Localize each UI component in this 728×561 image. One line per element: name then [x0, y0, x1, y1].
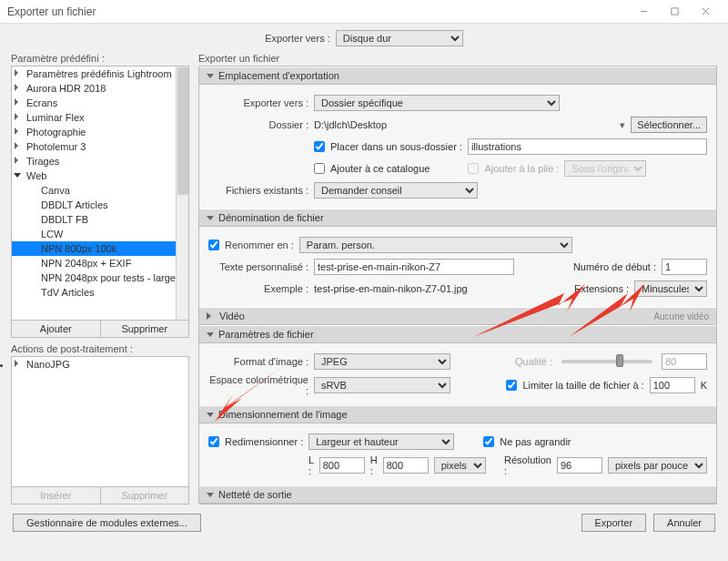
colorspace-select[interactable]: sRVB	[314, 377, 450, 393]
height-label: H :	[370, 454, 378, 476]
folder-label: Dossier :	[208, 119, 308, 130]
no-upscale-label: Ne pas agrandir	[500, 436, 571, 447]
right-panel-label: Exporter un fichier	[198, 53, 717, 64]
subfolder-checkbox[interactable]	[314, 141, 325, 152]
video-note: Aucune vidéo	[653, 311, 709, 321]
example-label: Exemple :	[208, 283, 308, 294]
width-input[interactable]	[319, 457, 365, 474]
resolution-unit-select[interactable]: pixels par pouce	[608, 457, 707, 474]
preset-remove-button[interactable]: Supprimer	[101, 321, 189, 337]
section-file-header[interactable]: Paramètres de fichier	[199, 325, 716, 343]
subfolder-input[interactable]	[468, 138, 707, 155]
maximize-button[interactable]	[659, 3, 690, 21]
catalog-checkbox[interactable]	[314, 163, 325, 174]
resolution-input[interactable]	[557, 457, 602, 474]
export-to-top-select[interactable]: Disque dur	[336, 30, 463, 46]
minimize-button[interactable]	[628, 3, 659, 21]
post-actions-list[interactable]: NanoJPG	[11, 356, 189, 487]
preset-add-button[interactable]: Ajouter	[12, 321, 101, 337]
resize-select[interactable]: Largeur et hauteur	[308, 434, 454, 450]
preset-item[interactable]: Ecrans	[12, 96, 188, 110]
stack-label: Ajouter à la pile :	[484, 163, 559, 174]
stack-select: Sous l'original	[564, 160, 646, 177]
preset-item[interactable]: NPN 2048px + EXIF	[12, 256, 188, 270]
preset-item[interactable]: DBDLT Articles	[12, 198, 188, 212]
startnum-label: Numéro de début :	[573, 261, 656, 272]
preset-item[interactable]: TdV Articles	[12, 285, 188, 300]
folder-path: D:\jdlch\Desktop	[314, 119, 614, 130]
plugin-manager-button[interactable]: Gestionnaire de modules externes...	[13, 514, 201, 532]
preset-item[interactable]: Canva	[12, 183, 188, 198]
limit-size-checkbox[interactable]	[506, 380, 517, 391]
quality-label: Qualité :	[515, 356, 552, 367]
width-label: L :	[308, 454, 314, 476]
presets-tree[interactable]: Paramètres prédéfinis LightroomAurora HD…	[11, 66, 189, 321]
preset-item[interactable]: LCW	[12, 227, 188, 241]
subfolder-label: Placer dans un sous-dossier :	[330, 141, 462, 152]
post-insert-button[interactable]: Insérer	[12, 487, 101, 504]
limit-size-input[interactable]	[650, 377, 695, 393]
preset-item[interactable]: Photographie	[12, 125, 188, 139]
svg-rect-0	[671, 8, 677, 15]
height-input[interactable]	[383, 457, 429, 474]
resolution-label: Résolution :	[504, 454, 551, 476]
resize-label: Redimensionner :	[225, 436, 303, 447]
section-video-header[interactable]: VidéoAucune vidéo	[199, 307, 716, 325]
preset-item[interactable]: Tirages	[12, 154, 188, 168]
colorspace-label: Espace colorimétrique :	[208, 374, 308, 396]
post-remove-button[interactable]: Supprimer	[101, 487, 189, 504]
catalog-label: Ajouter à ce catalogue	[330, 163, 430, 174]
folder-select-button[interactable]: Sélectionner...	[631, 117, 707, 133]
resize-checkbox[interactable]	[208, 436, 219, 447]
cancel-button[interactable]: Annuler	[653, 514, 715, 532]
rename-select[interactable]: Param. person.	[299, 237, 572, 253]
preset-item[interactable]: DBDLT FB	[12, 212, 188, 227]
format-select[interactable]: JPEG	[314, 353, 450, 370]
no-upscale-checkbox[interactable]	[483, 436, 494, 447]
size-unit-select[interactable]: pixels	[434, 457, 486, 474]
preset-item[interactable]: Luminar Flex	[12, 110, 188, 125]
extensions-label: Extensions :	[574, 283, 629, 294]
preset-item[interactable]: NPN 2048px pour tests - large	[12, 270, 188, 285]
rename-checkbox[interactable]	[208, 240, 219, 250]
rename-label: Renommer en :	[225, 240, 294, 250]
section-naming-header[interactable]: Dénomination de fichier	[199, 209, 716, 227]
post-actions-label: Actions de post-traitement :	[11, 343, 189, 354]
export-to-top-label: Exporter vers :	[265, 33, 330, 44]
quality-input	[662, 353, 707, 370]
existing-select[interactable]: Demander conseil	[314, 182, 478, 199]
export-to-label: Exporter vers :	[208, 97, 308, 108]
format-label: Format d'image :	[208, 356, 308, 367]
extensions-select[interactable]: Minuscules	[634, 280, 707, 297]
existing-label: Fichiers existants :	[208, 185, 308, 196]
limit-size-label: Limiter la taille de fichier à :	[522, 380, 643, 391]
preset-item[interactable]: Photolemur 3	[12, 139, 188, 154]
export-button[interactable]: Exporter	[581, 514, 647, 532]
preset-item[interactable]: NPN 800px 100k	[12, 241, 188, 256]
presets-label: Paramètre prédéfini :	[11, 53, 189, 64]
window-title: Exporter un fichier	[7, 5, 628, 18]
presets-scrollbar[interactable]	[176, 66, 188, 320]
preset-item[interactable]: Paramètres prédéfinis Lightroom	[12, 66, 188, 81]
section-location-header[interactable]: Emplacement d'exportation	[199, 66, 716, 85]
preset-item[interactable]: Aurora HDR 2018	[12, 81, 188, 96]
custom-text-input[interactable]	[314, 259, 514, 275]
example-value: test-prise-en-main-nikon-Z7-01.jpg	[314, 283, 468, 294]
post-action-item[interactable]: NanoJPG	[12, 357, 188, 372]
section-sharpen-header[interactable]: Netteté de sortie	[199, 485, 716, 504]
custom-text-label: Texte personnalisé :	[208, 261, 308, 272]
quality-slider[interactable]	[561, 360, 652, 363]
section-size-header[interactable]: Dimensionnement de l'image	[199, 405, 716, 423]
export-to-select[interactable]: Dossier spécifique	[314, 95, 560, 111]
limit-unit: K	[701, 380, 707, 391]
startnum-input[interactable]	[662, 259, 707, 275]
preset-item[interactable]: Web	[12, 168, 188, 183]
stack-checkbox	[468, 163, 479, 174]
close-button[interactable]	[690, 3, 721, 21]
